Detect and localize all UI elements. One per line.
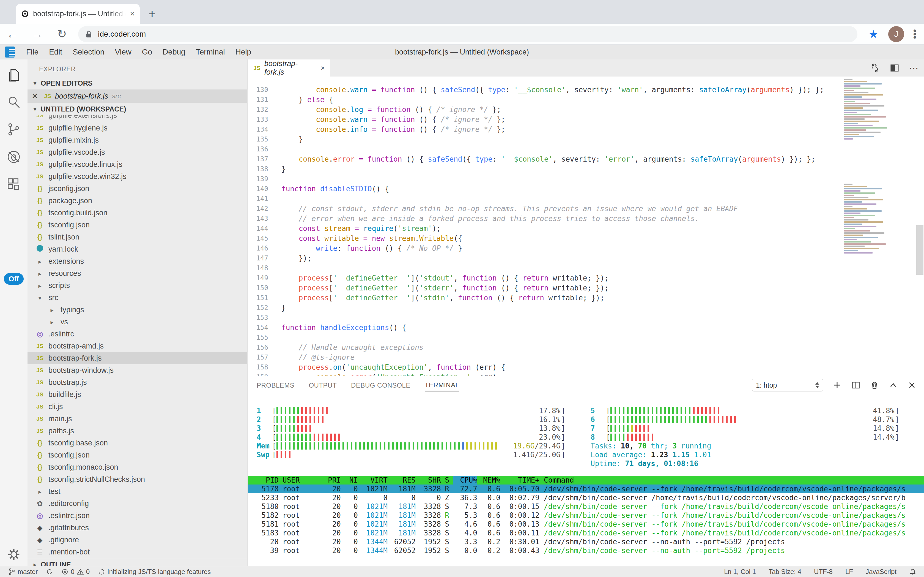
settings-gear-icon[interactable] [6, 547, 21, 562]
close-icon[interactable]: ✕ [32, 92, 40, 100]
tree-item-tsconfig.build.json[interactable]: {}tsconfig.build.json [27, 207, 247, 219]
tree-item-tsconfig.json[interactable]: {}tsconfig.json [27, 219, 247, 231]
bookmark-star-icon[interactable]: ★ [868, 28, 878, 40]
split-editor-icon[interactable] [889, 63, 900, 73]
htop-process-row-5233[interactable]: 5233root200000Z36.30.00:02.79/dev/shm/bi… [248, 493, 924, 502]
menu-terminal[interactable]: Terminal [191, 48, 230, 56]
tab-close-icon[interactable]: × [130, 10, 135, 18]
tree-item-tsconfig.base.json[interactable]: {}tsconfig.base.json [27, 437, 247, 449]
maximize-panel-icon[interactable] [888, 380, 898, 390]
tree-item-.eslintrc[interactable]: ◎.eslintrc [27, 328, 247, 340]
sync-changes-icon[interactable] [869, 63, 880, 73]
more-actions-icon[interactable]: ⋯ [909, 63, 919, 74]
htop-process-row-5180[interactable]: 5180root2001021M181M3328S7.30.60:00.15/d… [248, 502, 924, 511]
tree-item-scripts[interactable]: ▸scripts [27, 279, 247, 292]
open-editor-item[interactable]: ✕ JS bootstrap-fork.js src [27, 89, 247, 103]
tree-item-package.json[interactable]: {}package.json [27, 195, 247, 207]
tree-item-.editorconfig[interactable]: ✿.editorconfig [27, 498, 247, 509]
tree-item-gulpfile.hygiene.js[interactable]: JSgulpfile.hygiene.js [27, 122, 247, 134]
tree-item-gulpfile.vscode.linux.js[interactable]: JSgulpfile.vscode.linux.js [27, 158, 247, 171]
tree-item-tsconfig.strictNullChecks.json[interactable]: {}tsconfig.strictNullChecks.json [27, 473, 247, 485]
source-control-icon[interactable] [6, 122, 21, 137]
htop-process-row-20[interactable]: 20root2001344M620521952S3.30.20:30.01/de… [248, 537, 924, 546]
htop-process-row-5182[interactable]: 5182root2001021M181M3328R5.30.60:00.12/d… [248, 511, 924, 520]
tree-item-test[interactable]: ▸test [27, 485, 247, 498]
new-tab-button[interactable]: + [149, 8, 156, 20]
tree-item-.gitattributes[interactable]: ◆.gitattributes [27, 522, 247, 534]
code-editor[interactable]: 130 console.warn = function () { safeSen… [248, 77, 924, 376]
tree-item-bootstrap-fork.js[interactable]: JSbootstrap-fork.js [27, 352, 247, 364]
git-branch-item[interactable]: master [8, 568, 38, 575]
address-bar[interactable]: ide.coder.com [78, 26, 857, 42]
encoding[interactable]: UTF-8 [814, 568, 833, 575]
panel-tab-problems[interactable]: PROBLEMS [257, 379, 294, 391]
language-mode[interactable]: JavaScript [866, 568, 897, 575]
forward-icon[interactable]: → [25, 27, 50, 41]
menu-go[interactable]: Go [137, 48, 157, 56]
tree-item-typings[interactable]: ▸typings [27, 304, 247, 316]
avatar[interactable]: J [888, 26, 904, 42]
tree-item-tsconfig.monaco.json[interactable]: {}tsconfig.monaco.json [27, 461, 247, 473]
status-off-badge[interactable]: Off [4, 273, 24, 285]
problems-item[interactable]: 0 0 [61, 568, 90, 575]
tree-item-.gitignore[interactable]: ◆.gitignore [27, 534, 247, 546]
tree-item-.eslintrc.json[interactable]: ◎.eslintrc.json [27, 509, 247, 522]
reload-icon[interactable]: ↻ [50, 27, 74, 41]
editor-scrollbar[interactable] [916, 225, 924, 275]
panel-tab-output[interactable]: OUTPUT [309, 379, 337, 391]
tree-item-.mention-bot[interactable]: ☰.mention-bot [27, 546, 247, 558]
menu-debug[interactable]: Debug [157, 48, 191, 56]
new-terminal-icon[interactable] [832, 380, 842, 390]
tree-item-paths.js[interactable]: JSpaths.js [27, 425, 247, 437]
tree-item-vs[interactable]: ▸vs [27, 316, 247, 328]
search-icon[interactable] [6, 95, 21, 110]
tree-item-tslint.json[interactable]: {}tslint.json [27, 231, 247, 243]
language-status-item[interactable]: Initializing JS/TS language features [98, 568, 211, 575]
explorer-icon[interactable] [6, 68, 21, 83]
close-icon[interactable]: × [321, 64, 325, 73]
terminal-select[interactable]: 1: htop [752, 379, 823, 392]
menu-help[interactable]: Help [230, 48, 256, 56]
back-icon[interactable]: ← [0, 27, 25, 41]
menu-selection[interactable]: Selection [67, 48, 109, 56]
bell-icon[interactable] [909, 568, 916, 575]
tree-item-bootstrap-window.js[interactable]: JSbootstrap-window.js [27, 364, 247, 376]
menu-file[interactable]: File [21, 48, 44, 56]
menu-edit[interactable]: Edit [44, 48, 67, 56]
close-panel-icon[interactable] [907, 380, 917, 390]
kill-terminal-trash-icon[interactable] [869, 380, 879, 390]
tree-item-cli.js[interactable]: JScli.js [27, 401, 247, 413]
tree-item-gulpfile.vscode.js[interactable]: JSgulpfile.vscode.js [27, 146, 247, 158]
tree-item-tsconfig.json[interactable]: {}tsconfig.json [27, 449, 247, 461]
tree-item-gulpfile.vscode.win32.js[interactable]: JSgulpfile.vscode.win32.js [27, 171, 247, 182]
tree-item-main.js[interactable]: JSmain.js [27, 413, 247, 425]
tree-item-resources[interactable]: ▸resources [27, 267, 247, 279]
debug-off-icon[interactable] [6, 149, 21, 164]
tree-item-bootstrap-amd.js[interactable]: JSbootstrap-amd.js [27, 340, 247, 352]
extensions-icon[interactable] [6, 177, 21, 192]
minimap[interactable] [844, 79, 894, 255]
terminal[interactable]: 1[17.8%]2[16.1%]3[13.8%]4[23.0%]Mem[19.6… [248, 394, 924, 566]
tree-item-src[interactable]: ▾src [27, 292, 247, 304]
tree-item-buildfile.js[interactable]: JSbuildfile.js [27, 388, 247, 401]
menu-view[interactable]: View [110, 48, 137, 56]
cursor-position[interactable]: Ln 1, Col 1 [724, 568, 756, 575]
htop-process-row-39[interactable]: 39root2001344M620521952S0.00.20:00.43/de… [248, 546, 924, 555]
browser-menu-icon[interactable]: ••• [913, 29, 918, 39]
outline-header[interactable]: ▸ OUTLINE [27, 558, 247, 566]
panel-tab-terminal[interactable]: TERMINAL [425, 379, 459, 392]
editor-tab[interactable]: JS bootstrap-fork.js × [248, 60, 330, 77]
tree-item-yarn.lock[interactable]: yarn.lock [27, 243, 247, 255]
tree-item-jsconfig.json[interactable]: {}jsconfig.json [27, 182, 247, 195]
browser-tab[interactable]: bootstrap-fork.js — Untitled (V × [16, 4, 140, 24]
htop-process-row-5183[interactable]: 5183root2001021M181M3328S4.00.60:00.11/d… [248, 529, 924, 537]
panel-tab-debug-console[interactable]: DEBUG CONSOLE [351, 379, 410, 391]
sync-item[interactable] [46, 568, 53, 575]
open-editors-header[interactable]: ▾ OPEN EDITORS [27, 77, 247, 89]
tab-size[interactable]: Tab Size: 4 [768, 568, 801, 575]
eol[interactable]: LF [845, 568, 853, 575]
workspace-header[interactable]: ▾ UNTITLED (WORKSPACE) [27, 103, 247, 115]
htop-process-row-5181[interactable]: 5181root2001021M181M3328S4.60.60:00.13/d… [248, 520, 924, 529]
split-terminal-icon[interactable] [851, 380, 861, 390]
tree-item-gulpfile.extensions.js[interactable]: JSgulpfile.extensions.js [27, 115, 247, 122]
